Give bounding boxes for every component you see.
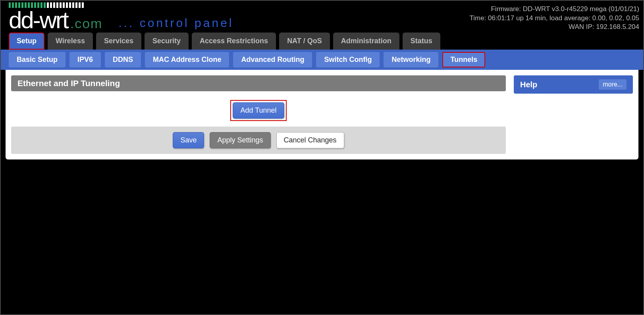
help-more-link[interactable]: more... — [599, 79, 627, 90]
logo: dd-wrt.com — [9, 2, 102, 31]
main-tabs: Setup Wireless Services Security Access … — [1, 33, 643, 50]
apply-settings-button[interactable]: Apply Settings — [210, 132, 270, 148]
tab-access-restrictions[interactable]: Access Restrictions — [192, 33, 276, 50]
time-label: Time: 06:01:17 up 14 min, load average: … — [470, 14, 640, 23]
tab-administration[interactable]: Administration — [333, 33, 399, 50]
add-tunnel-button[interactable]: Add Tunnel — [233, 102, 284, 119]
logo-text: dd-wrt.com — [9, 10, 102, 31]
save-button[interactable]: Save — [173, 132, 204, 148]
help-panel: Help more... — [514, 75, 633, 94]
add-tunnel-highlight: Add Tunnel — [230, 100, 286, 121]
page-root: dd-wrt.com ... control panel Firmware: D… — [0, 0, 644, 315]
logo-wrap: dd-wrt.com ... control panel — [9, 2, 234, 31]
subtab-tunnels[interactable]: Tunnels — [442, 52, 485, 67]
tab-security[interactable]: Security — [145, 33, 189, 50]
status-info: Firmware: DD-WRT v3.0-r45229 mega (01/01… — [470, 2, 640, 32]
cancel-changes-button[interactable]: Cancel Changes — [276, 132, 344, 148]
wan-ip-label: WAN IP: 192.168.5.204 — [470, 23, 640, 32]
main-column: Ethernet and IP Tunneling Add Tunnel Sav… — [11, 75, 506, 154]
section-title: Ethernet and IP Tunneling — [11, 75, 506, 91]
content: Ethernet and IP Tunneling Add Tunnel Sav… — [6, 70, 638, 159]
subtab-advanced-routing[interactable]: Advanced Routing — [233, 52, 312, 67]
side-column: Help more... — [514, 75, 633, 154]
tab-services[interactable]: Services — [96, 33, 141, 50]
firmware-label: Firmware: DD-WRT v3.0-r45229 mega (01/01… — [470, 5, 640, 14]
subtab-mac-clone[interactable]: MAC Address Clone — [145, 52, 229, 67]
subtab-ddns[interactable]: DDNS — [105, 52, 141, 67]
help-title: Help — [520, 80, 537, 89]
sub-nav: Basic Setup IPV6 DDNS MAC Address Clone … — [1, 50, 643, 70]
subtab-networking[interactable]: Networking — [384, 52, 438, 67]
tunnel-area: Add Tunnel — [11, 91, 506, 124]
action-bar: Save Apply Settings Cancel Changes — [11, 127, 506, 154]
control-panel-label: ... control panel — [118, 16, 233, 31]
tab-nat-qos[interactable]: NAT / QoS — [279, 33, 330, 50]
subtab-basic-setup[interactable]: Basic Setup — [9, 52, 66, 67]
subtab-switch-config[interactable]: Switch Config — [316, 52, 380, 67]
tab-setup[interactable]: Setup — [9, 33, 44, 50]
header: dd-wrt.com ... control panel Firmware: D… — [1, 1, 643, 33]
tab-status[interactable]: Status — [403, 33, 440, 50]
subtab-ipv6[interactable]: IPV6 — [69, 52, 101, 67]
tab-wireless[interactable]: Wireless — [48, 33, 93, 50]
